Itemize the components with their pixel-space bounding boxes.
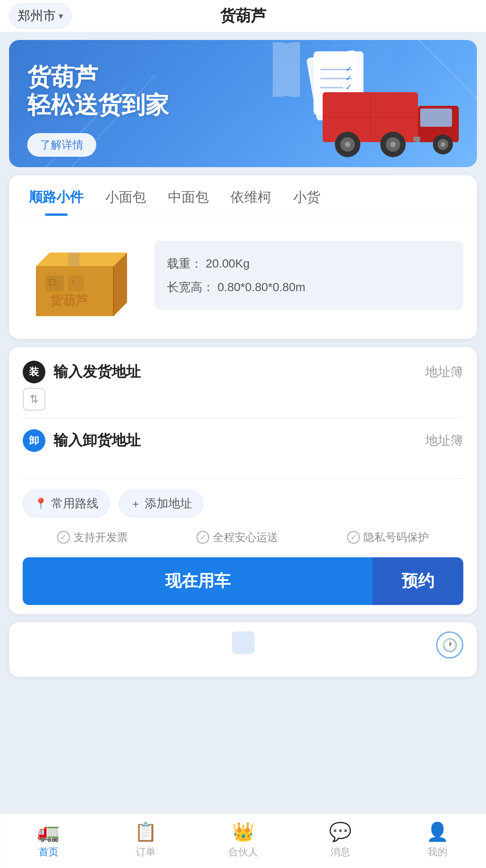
plus-icon: ＋ <box>130 496 141 511</box>
package-card: 顺路小件 小面包 中面包 依维柯 小货 <box>9 175 477 339</box>
load-address-book-btn[interactable]: 地址簿 <box>425 363 463 381</box>
add-address-button[interactable]: ＋ 添加地址 <box>119 490 203 517</box>
unload-input-row <box>23 456 463 479</box>
add-address-label: 添加地址 <box>145 496 192 511</box>
home-icon: 🚛 <box>37 821 60 843</box>
tab-yiweike[interactable]: 依维柯 <box>220 175 282 216</box>
tab-shunlu[interactable]: 顺路小件 <box>18 175 94 216</box>
svg-point-21 <box>390 142 396 147</box>
load-address-row: 装 输入发货地址 地址簿 <box>23 361 463 383</box>
svg-text:货葫芦: 货葫芦 <box>50 293 88 308</box>
orders-label: 订单 <box>136 845 156 859</box>
vehicle-tabs: 顺路小件 小面包 中面包 依维柯 小货 <box>9 175 477 216</box>
preview-clock-icon: 🕐 <box>436 631 463 659</box>
frequent-route-label: 常用路线 <box>51 496 98 511</box>
city-arrow-icon: ▾ <box>59 10 63 21</box>
package-image: ☐ ↑ 货葫芦 <box>23 230 141 321</box>
package-details: 载重： 20.00Kg 长宽高： 0.80*0.80*0.80m <box>154 241 463 310</box>
feature-invoice: ✓ 支持开发票 <box>57 530 128 545</box>
weight-label: 载重： <box>167 257 202 270</box>
bottom-preview-card: 🕐 <box>9 622 477 677</box>
invoice-label: 支持开发票 <box>74 530 128 545</box>
banner: 货葫芦 轻松送货到家 了解详情 ✓ ✓ ✓ <box>9 40 477 167</box>
orders-icon: 📋 <box>134 821 157 843</box>
reserve-button[interactable]: 预约 <box>373 557 463 605</box>
partner-icon: 👑 <box>232 821 255 843</box>
svg-text:☐: ☐ <box>49 278 56 287</box>
invoice-check-icon: ✓ <box>57 531 70 544</box>
svg-point-18 <box>345 142 350 147</box>
home-label: 首页 <box>39 845 59 859</box>
use-now-button[interactable]: 现在用车 <box>23 557 373 605</box>
nav-partner[interactable]: 👑 合伙人 <box>194 821 291 859</box>
safe-label: 全程安心运送 <box>213 530 278 545</box>
city-name: 郑州市 <box>18 7 56 25</box>
partner-label: 合伙人 <box>228 845 258 859</box>
privacy-check-icon: ✓ <box>347 531 360 544</box>
messages-label: 消息 <box>330 845 350 859</box>
nav-orders[interactable]: 📋 订单 <box>97 821 194 859</box>
tab-xiaohuo[interactable]: 小货 <box>282 175 331 216</box>
weight-row: 载重： 20.00Kg <box>167 252 451 275</box>
bottom-navigation: 🚛 首页 📋 订单 👑 合伙人 💬 消息 👤 我的 <box>0 813 486 868</box>
address-card: 装 输入发货地址 地址簿 ⇅ 卸 输入卸货地址 地址簿 📍 常用路线 ＋ 添加地… <box>9 347 477 614</box>
feature-safe: ✓ 全程安心运送 <box>196 530 278 545</box>
preview-square <box>232 631 255 654</box>
nav-profile[interactable]: 👤 我的 <box>389 821 486 859</box>
messages-icon: 💬 <box>329 821 352 843</box>
load-input-row: ⇅ <box>23 388 463 418</box>
nav-home[interactable]: 🚛 首页 <box>0 821 97 859</box>
load-address-input[interactable] <box>54 392 463 407</box>
svg-rect-35 <box>68 275 84 291</box>
frequent-route-button[interactable]: 📍 常用路线 <box>23 490 110 517</box>
unload-badge: 卸 <box>23 429 45 452</box>
tab-xiaomianbao[interactable]: 小面包 <box>94 175 157 216</box>
svg-marker-31 <box>36 253 127 266</box>
load-address-label: 输入发货地址 <box>54 362 425 382</box>
svg-rect-32 <box>68 253 79 266</box>
unload-address-input[interactable] <box>54 456 463 471</box>
privacy-label: 隐私号码保护 <box>363 530 429 545</box>
action-buttons: 现在用车 预约 <box>23 557 463 605</box>
unload-address-book-btn[interactable]: 地址簿 <box>425 432 463 449</box>
unload-address-row: 卸 输入卸货地址 地址簿 <box>23 429 463 452</box>
size-label: 长宽高： <box>167 280 214 294</box>
app-title: 货葫芦 <box>220 5 266 26</box>
weight-value: 20.00Kg <box>206 257 250 270</box>
svg-point-24 <box>441 142 445 147</box>
banner-line1: 货葫芦 轻松送货到家 <box>27 63 169 119</box>
svg-point-4 <box>74 163 120 167</box>
profile-icon: 👤 <box>426 821 449 843</box>
safe-check-icon: ✓ <box>196 531 209 544</box>
load-badge: 装 <box>23 361 45 383</box>
swap-icon[interactable]: ⇅ <box>23 388 45 411</box>
truck-illustration <box>323 74 468 160</box>
svg-text:↑: ↑ <box>71 278 75 287</box>
feature-privacy: ✓ 隐私号码保护 <box>347 530 429 545</box>
unload-address-label: 输入卸货地址 <box>54 431 425 451</box>
nav-messages[interactable]: 💬 消息 <box>292 821 389 859</box>
banner-detail-button[interactable]: 了解详情 <box>27 133 96 157</box>
size-value: 0.80*0.80*0.80m <box>217 280 305 294</box>
svg-rect-27 <box>413 137 420 141</box>
header: 郑州市 ▾ 货葫芦 <box>0 0 486 32</box>
svg-rect-15 <box>420 109 452 127</box>
package-info: ☐ ↑ 货葫芦 载重： 20.00Kg 长宽高： 0.80*0.80*0.80m <box>9 216 477 339</box>
city-selector[interactable]: 郑州市 ▾ <box>9 3 72 29</box>
svg-text:✓: ✓ <box>345 64 352 74</box>
tab-zhongmianbao[interactable]: 中面包 <box>157 175 220 216</box>
feature-tags: ✓ 支持开发票 ✓ 全程安心运送 ✓ 隐私号码保护 <box>23 530 463 545</box>
size-row: 长宽高： 0.80*0.80*0.80m <box>167 275 451 299</box>
quick-buttons: 📍 常用路线 ＋ 添加地址 <box>23 490 463 517</box>
profile-label: 我的 <box>427 845 447 859</box>
banner-text: 货葫芦 轻松送货到家 了解详情 <box>27 63 169 157</box>
paper-decoration <box>268 42 314 97</box>
location-icon: 📍 <box>34 497 48 510</box>
